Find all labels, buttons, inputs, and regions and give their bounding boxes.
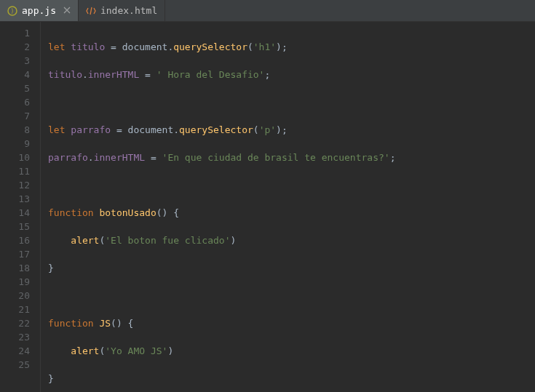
code-area[interactable]: let titulo = document.querySelector('h1'…	[41, 22, 535, 392]
line-number-gutter: 1234567891011121314151617181920212223242…	[0, 22, 41, 392]
code-editor[interactable]: 1234567891011121314151617181920212223242…	[0, 22, 535, 392]
tab-bar: ) app.js index.html	[0, 0, 535, 22]
js-icon: )	[7, 6, 17, 16]
tab-index-html[interactable]: index.html	[79, 0, 165, 21]
html-icon	[86, 6, 96, 16]
tab-label: app.js	[22, 5, 56, 16]
svg-text:): )	[11, 8, 15, 15]
tab-app-js[interactable]: ) app.js	[0, 0, 79, 21]
close-icon[interactable]	[63, 5, 71, 16]
tab-label: index.html	[100, 5, 157, 16]
